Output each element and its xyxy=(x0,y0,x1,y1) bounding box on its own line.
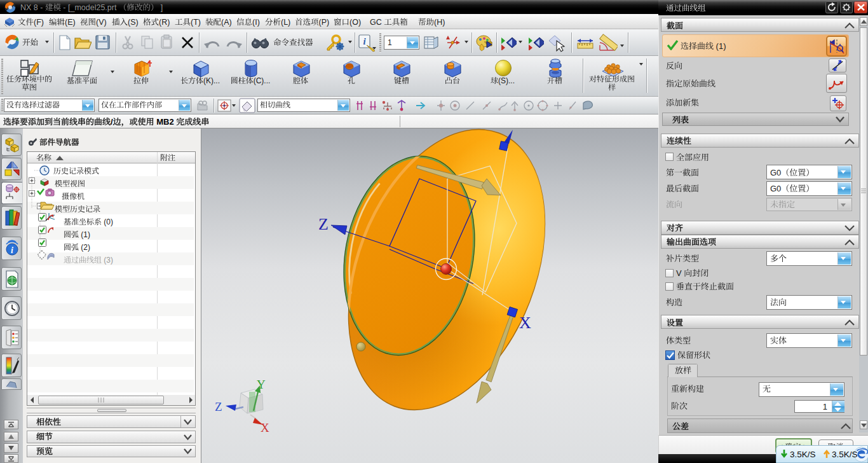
svg-text:Z: Z xyxy=(318,215,329,233)
svg-text:Z: Z xyxy=(215,400,222,413)
svg-text:Y: Y xyxy=(257,378,266,391)
svg-text:i: i xyxy=(11,245,13,255)
svg-text:X: X xyxy=(261,421,269,434)
svg-text:X: X xyxy=(519,314,531,332)
